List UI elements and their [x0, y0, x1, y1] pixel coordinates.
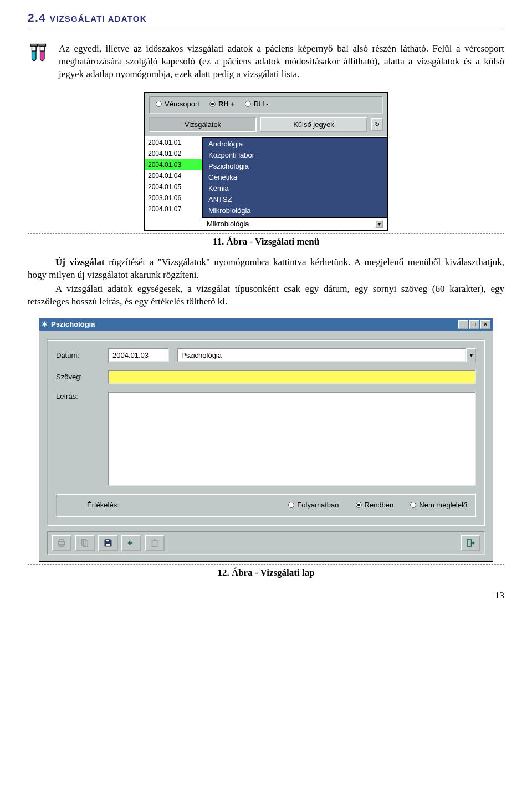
- exam-type-input[interactable]: [177, 348, 466, 362]
- chevron-down-icon[interactable]: ▾: [375, 220, 383, 228]
- svg-rect-13: [152, 541, 157, 547]
- window-titlebar: ✶ Pszichológia _ □ ×: [39, 318, 493, 331]
- exam-type-dropdown[interactable]: Andrológia Központi labor Pszichológia G…: [202, 137, 387, 218]
- menu-item[interactable]: Genetika: [203, 172, 387, 183]
- star-icon: ✶: [42, 319, 48, 329]
- svg-rect-5: [39, 44, 46, 47]
- section-title: VIZSGÁLATI ADATOK: [50, 11, 147, 24]
- copy-icon[interactable]: [75, 535, 95, 551]
- figure-2: ✶ Pszichológia _ □ × Dátum: ▾ Szöveg:: [28, 318, 504, 561]
- radio-rh-plus[interactable]: RH +: [209, 99, 235, 109]
- refresh-icon[interactable]: ↻: [371, 118, 383, 131]
- date-item[interactable]: 2004.01.01: [145, 137, 202, 148]
- figure-2-caption: 12. Ábra - Vizsgálati lap: [28, 567, 504, 580]
- radio-label: Nem meglelelő: [419, 500, 467, 510]
- figure-1-caption: 11. Ábra - Vizsgálati menü: [28, 236, 504, 248]
- maximize-icon[interactable]: □: [469, 320, 479, 329]
- menu-item[interactable]: ANTSZ: [203, 194, 387, 205]
- svg-rect-4: [30, 44, 38, 47]
- label-leiras: Leírás:: [56, 392, 100, 402]
- radio-vercsoport[interactable]: Vércsoport: [156, 99, 200, 109]
- undo-icon[interactable]: [121, 535, 141, 551]
- radio-rh-minus[interactable]: RH -: [245, 99, 269, 109]
- radio-rendben[interactable]: Rendben: [356, 500, 394, 510]
- menu-item[interactable]: Kémia: [203, 183, 387, 194]
- form-toolbar: [47, 531, 485, 555]
- label-ertekeles: Értékelés:: [87, 500, 119, 510]
- section-number: 2.4: [28, 11, 46, 24]
- kulso-jegyek-button[interactable]: Külső jegyek: [260, 117, 367, 133]
- radio-folyamatban[interactable]: Folyamatban: [288, 500, 339, 510]
- evaluation-group: Értékelés: Folyamatban Rendben Nem megle…: [56, 494, 476, 517]
- date-list[interactable]: 2004.01.01 2004.01.02 2004.01.03 2004.01…: [145, 137, 202, 230]
- bloodgroup-radio-row: Vércsoport RH + RH -: [149, 96, 383, 114]
- date-item[interactable]: 2004.01.04: [145, 170, 202, 181]
- radio-label: Vércsoport: [165, 99, 200, 109]
- selected-exam-type: Mikrobiológia ▾: [202, 218, 387, 230]
- svg-rect-12: [106, 543, 110, 546]
- form-panel: Dátum: ▾ Szöveg: Leírás: Értékelés: Foly…: [47, 339, 485, 526]
- window-title: Pszichológia: [51, 319, 95, 329]
- selected-exam-label: Mikrobiológia: [207, 219, 249, 229]
- exit-icon[interactable]: [461, 535, 480, 551]
- szoveg-input[interactable]: [108, 370, 476, 384]
- label-datum: Dátum:: [56, 351, 100, 361]
- label-szoveg: Szöveg:: [56, 372, 100, 382]
- svg-rect-14: [467, 540, 472, 546]
- figure-1: Vércsoport RH + RH - Vizsgálatok Külső j…: [28, 92, 504, 231]
- date-item[interactable]: 2004.01.02: [145, 148, 202, 159]
- exam-type-combo[interactable]: ▾: [177, 348, 476, 362]
- paragraph-3: A vizsgálati adatok egységesek, a vizsgá…: [28, 283, 504, 308]
- exam-menu-window: Vércsoport RH + RH - Vizsgálatok Külső j…: [144, 92, 388, 231]
- exam-form-window: ✶ Pszichológia _ □ × Dátum: ▾ Szöveg:: [39, 318, 493, 561]
- radio-label: RH +: [218, 99, 235, 109]
- date-input[interactable]: [108, 348, 169, 362]
- svg-rect-11: [106, 540, 109, 542]
- radio-label: RH -: [254, 99, 269, 109]
- menu-item[interactable]: Andrológia: [203, 139, 387, 150]
- date-item[interactable]: 2004.01.05: [145, 181, 202, 192]
- menu-item[interactable]: Központi labor: [203, 150, 387, 161]
- date-item-selected[interactable]: 2004.01.03: [145, 159, 202, 170]
- delete-icon[interactable]: [145, 535, 165, 551]
- chevron-down-icon[interactable]: ▾: [466, 348, 476, 362]
- test-tubes-icon: [28, 43, 50, 69]
- separator: [28, 233, 504, 234]
- print-icon[interactable]: [52, 535, 71, 551]
- paragraph-1: Az egyedi, illetve az időszakos vizsgála…: [59, 43, 504, 81]
- save-icon[interactable]: [98, 535, 118, 551]
- page-number: 13: [28, 590, 504, 602]
- radio-label: Folyamatban: [297, 500, 339, 510]
- intro-row: Az egyedi, illetve az időszakos vizsgála…: [28, 43, 504, 82]
- separator: [28, 564, 504, 565]
- paragraph-2: Új vizsgálat Új vizsgálat rögzítését a "…: [28, 256, 504, 282]
- menu-item[interactable]: Mikrobiológia: [203, 205, 387, 216]
- date-item[interactable]: 2004.01.07: [145, 204, 202, 215]
- vizsgalatok-button[interactable]: Vizsgálatok: [149, 117, 257, 133]
- minimize-icon[interactable]: _: [458, 320, 468, 329]
- date-item[interactable]: 2003.01.06: [145, 192, 202, 204]
- radio-nem-megfelelo[interactable]: Nem meglelelő: [410, 500, 467, 510]
- leiras-textarea[interactable]: [108, 392, 476, 486]
- close-icon[interactable]: ×: [480, 320, 490, 329]
- radio-label: Rendben: [365, 500, 394, 510]
- menu-item[interactable]: Pszichológia: [203, 161, 387, 172]
- section-heading: 2.4 VIZSGÁLATI ADATOK: [28, 10, 504, 27]
- svg-rect-7: [60, 539, 63, 542]
